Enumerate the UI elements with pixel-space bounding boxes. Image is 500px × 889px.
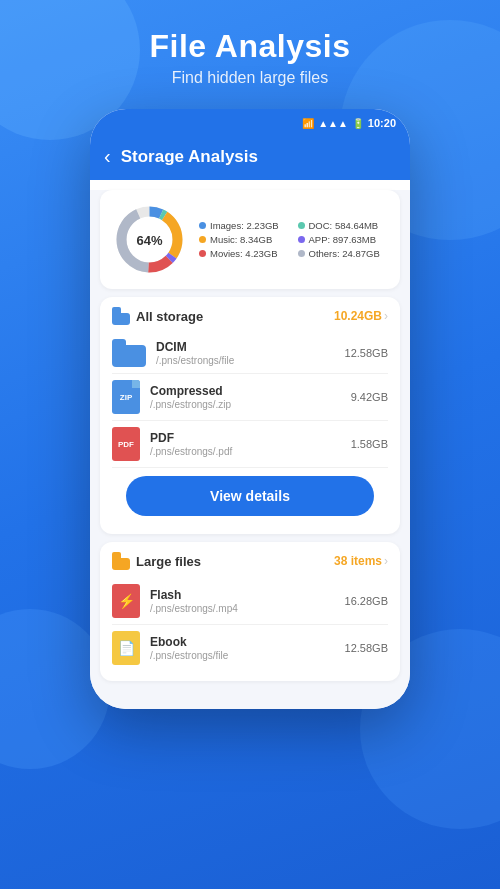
large-files-card: Large files 38 items › ⚡ Flash /.pns/est…: [100, 542, 400, 681]
chart-legend: Images: 2.23GB DOC: 584.64MB Music: 8.34…: [199, 220, 388, 259]
file-item-dcim[interactable]: DCIM /.pns/estrongs/file 12.58GB: [112, 333, 388, 374]
file-path-compressed: /.pns/estrongs/.zip: [150, 399, 341, 410]
file-info-ebook: Ebook /.pns/estrongs/file: [150, 635, 335, 661]
pdf-icon: PDF: [112, 427, 140, 461]
file-info-flash: Flash /.pns/estrongs/.mp4: [150, 588, 335, 614]
file-item-flash[interactable]: ⚡ Flash /.pns/estrongs/.mp4 16.28GB: [112, 578, 388, 625]
all-storage-size: 10.24GB: [334, 309, 382, 323]
header-section: File Analysis Find hidden large files: [150, 28, 351, 87]
legend-dot-doc: [298, 222, 305, 229]
file-path-dcim: /.pns/estrongs/file: [156, 355, 335, 366]
large-files-title: Large files: [136, 554, 201, 569]
legend-label-images: Images: 2.23GB: [210, 220, 279, 231]
legend-item-music: Music: 8.34GB: [199, 234, 290, 245]
file-size-pdf: 1.58GB: [351, 438, 388, 450]
legend-dot-images: [199, 222, 206, 229]
large-files-meta[interactable]: 38 items ›: [334, 554, 388, 568]
view-details-button[interactable]: View details: [126, 476, 374, 516]
file-info-dcim: DCIM /.pns/estrongs/file: [156, 340, 335, 366]
legend-label-doc: DOC: 584.64MB: [309, 220, 379, 231]
legend-label-music: Music: 8.34GB: [210, 234, 272, 245]
status-time: 10:20: [368, 117, 396, 129]
file-name-pdf: PDF: [150, 431, 341, 445]
page-title: File Analysis: [150, 28, 351, 65]
all-storage-title: All storage: [136, 309, 203, 324]
phone-mockup: 📶 ▲▲▲ 🔋 10:20 ‹ Storage Analysis: [90, 109, 410, 709]
legend-item-doc: DOC: 584.64MB: [298, 220, 389, 231]
large-files-header: Large files 38 items ›: [112, 552, 388, 570]
file-name-dcim: DCIM: [156, 340, 335, 354]
all-storage-meta[interactable]: 10.24GB ›: [334, 309, 388, 323]
legend-label-others: Others: 24.87GB: [309, 248, 380, 259]
signal-icon: ▲▲▲: [318, 118, 348, 129]
legend-label-app: APP: 897.63MB: [309, 234, 377, 245]
chart-section: 64% Images: 2.23GB DOC: 584.64MB Music: …: [112, 202, 388, 277]
phone-body: 64% Images: 2.23GB DOC: 584.64MB Music: …: [90, 190, 410, 709]
folder-icon-large: [112, 552, 130, 570]
file-name-flash: Flash: [150, 588, 335, 602]
view-details-label: View details: [210, 488, 290, 504]
legend-dot-music: [199, 236, 206, 243]
file-path-flash: /.pns/estrongs/.mp4: [150, 603, 335, 614]
file-name-ebook: Ebook: [150, 635, 335, 649]
app-header-title: Storage Analysis: [121, 147, 258, 167]
all-storage-card: All storage 10.24GB › DCIM /.pns/estrong…: [100, 297, 400, 534]
legend-item-app: APP: 897.63MB: [298, 234, 389, 245]
all-storage-chevron: ›: [384, 309, 388, 323]
file-info-compressed: Compressed /.pns/estrongs/.zip: [150, 384, 341, 410]
legend-item-images: Images: 2.23GB: [199, 220, 290, 231]
status-bar: 📶 ▲▲▲ 🔋 10:20: [90, 109, 410, 137]
file-item-pdf[interactable]: PDF PDF /.pns/estrongs/.pdf 1.58GB: [112, 421, 388, 468]
file-item-compressed[interactable]: ZIP Compressed /.pns/estrongs/.zip 9.42G…: [112, 374, 388, 421]
legend-dot-movies: [199, 250, 206, 257]
file-size-dcim: 12.58GB: [345, 347, 388, 359]
file-size-ebook: 12.58GB: [345, 642, 388, 654]
wifi-icon: 📶: [302, 118, 314, 129]
folder-icon-dcim: [112, 339, 146, 367]
page-subtitle: Find hidden large files: [150, 69, 351, 87]
flash-icon: ⚡: [112, 584, 140, 618]
legend-item-movies: Movies: 4.23GB: [199, 248, 290, 259]
file-size-compressed: 9.42GB: [351, 391, 388, 403]
file-size-flash: 16.28GB: [345, 595, 388, 607]
donut-chart: 64%: [112, 202, 187, 277]
legend-item-others: Others: 24.87GB: [298, 248, 389, 259]
file-item-ebook[interactable]: 📄 Ebook /.pns/estrongs/file 12.58GB: [112, 625, 388, 671]
zip-icon: ZIP: [112, 380, 140, 414]
file-name-compressed: Compressed: [150, 384, 341, 398]
file-path-pdf: /.pns/estrongs/.pdf: [150, 446, 341, 457]
status-icons: 📶 ▲▲▲ 🔋 10:20: [302, 117, 396, 129]
back-button[interactable]: ‹: [104, 145, 111, 168]
file-info-pdf: PDF /.pns/estrongs/.pdf: [150, 431, 341, 457]
large-files-title-group: Large files: [112, 552, 201, 570]
all-storage-title-group: All storage: [112, 307, 203, 325]
legend-dot-app: [298, 236, 305, 243]
ebook-icon: 📄: [112, 631, 140, 665]
legend-label-movies: Movies: 4.23GB: [210, 248, 278, 259]
app-header: ‹ Storage Analysis: [90, 137, 410, 180]
donut-percentage: 64%: [136, 232, 162, 247]
large-files-count: 38 items: [334, 554, 382, 568]
file-path-ebook: /.pns/estrongs/file: [150, 650, 335, 661]
all-storage-header: All storage 10.24GB ›: [112, 307, 388, 325]
legend-dot-others: [298, 250, 305, 257]
battery-icon: 🔋: [352, 118, 364, 129]
storage-chart-card: 64% Images: 2.23GB DOC: 584.64MB Music: …: [100, 190, 400, 289]
folder-icon-storage: [112, 307, 130, 325]
large-files-chevron: ›: [384, 554, 388, 568]
